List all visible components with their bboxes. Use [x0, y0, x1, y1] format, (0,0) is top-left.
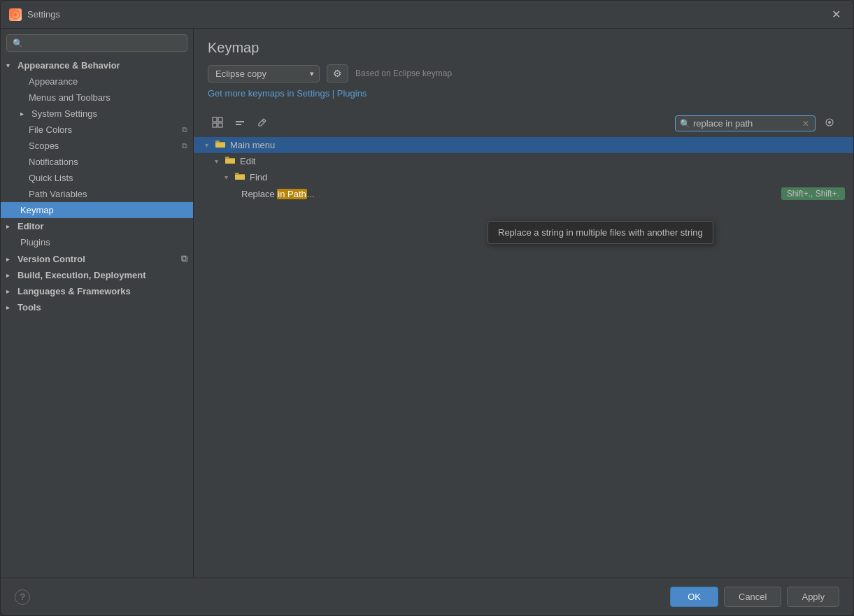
svg-rect-10 — [215, 143, 225, 148]
sidebar-item-system-settings[interactable]: ▸ System Settings — [1, 106, 193, 122]
sidebar: 🔍 ▾ Appearance & Behavior Appearance Men… — [1, 29, 194, 578]
folder-icon-find — [234, 171, 247, 183]
tree-label-replace-in-path: Replace in Path... — [241, 189, 781, 199]
main-header: Keymap Eclipse copy Default Mac OS X ⚙ B… — [194, 29, 853, 110]
tree-chevron-edit: ▾ — [215, 157, 225, 165]
copy-icon-vc: ⧉ — [181, 253, 187, 264]
highlight-in-path: in Path — [277, 189, 306, 199]
copy-icon-scopes: ⧉ — [182, 141, 187, 150]
svg-rect-3 — [213, 123, 217, 127]
keymap-plugins-link[interactable]: Get more keymaps in Settings | Plugins — [208, 88, 366, 99]
tree-row-find[interactable]: ▾ Find — [194, 169, 853, 185]
chevron-right-icon: ▸ — [20, 110, 29, 117]
search-icon: 🔍 — [680, 119, 690, 129]
svg-rect-6 — [236, 124, 241, 125]
sidebar-item-notifications[interactable]: Notifications — [1, 154, 193, 170]
shortcut-badge-replace-in-path: Shift+., Shift+. — [781, 187, 845, 200]
toolbar-left — [208, 114, 272, 133]
sidebar-item-quick-lists[interactable]: Quick Lists — [1, 170, 193, 186]
close-button[interactable]: ✕ — [827, 6, 845, 22]
tree-label-find: Find — [250, 172, 845, 182]
settings-dialog: Settings ✕ 🔍 ▾ Appearance & Behavior App… — [0, 0, 854, 616]
search-area: 🔍 ✕ — [675, 114, 839, 133]
tree-row-replace-in-path[interactable]: Replace in Path... Shift+., Shift+. — [194, 185, 853, 202]
tree-row-main-menu[interactable]: ▾ Main menu — [194, 137, 853, 153]
sidebar-group-label-appearance-behavior: Appearance & Behavior — [17, 60, 120, 71]
sidebar-item-scopes[interactable]: Scopes ⧉ — [1, 138, 193, 154]
svg-rect-4 — [218, 123, 222, 127]
sidebar-item-appearance-behavior[interactable]: ▾ Appearance & Behavior — [1, 57, 193, 73]
help-button[interactable]: ? — [15, 589, 30, 605]
title-bar: Settings ✕ — [1, 1, 853, 29]
sidebar-item-languages-frameworks[interactable]: ▸ Languages & Frameworks — [1, 283, 193, 299]
svg-rect-1 — [213, 117, 217, 122]
search-options-button[interactable] — [820, 114, 839, 133]
keymap-dropdown[interactable]: Eclipse copy Default Mac OS X — [208, 65, 320, 83]
search-input[interactable] — [693, 118, 798, 129]
page-title: Keymap — [208, 40, 839, 56]
based-on-text: Based on Eclipse keymap — [355, 69, 452, 78]
collapse-all-button[interactable] — [230, 114, 250, 133]
tree-area: ▾ Main menu ▾ — [194, 137, 853, 578]
sidebar-item-appearance[interactable]: Appearance — [1, 73, 193, 89]
cancel-button[interactable]: Cancel — [724, 587, 781, 607]
tree-label-edit: Edit — [240, 156, 845, 166]
svg-rect-12 — [235, 175, 245, 180]
chevron-right-icon-vc: ▸ — [6, 255, 15, 263]
keymap-dropdown-wrapper: Eclipse copy Default Mac OS X — [208, 65, 320, 83]
chevron-right-icon-lang: ▸ — [6, 287, 15, 295]
keymap-selector-row: Eclipse copy Default Mac OS X ⚙ Based on… — [208, 64, 839, 83]
sidebar-item-file-colors[interactable]: File Colors ⧉ — [1, 122, 193, 138]
folder-icon-main-menu — [215, 139, 227, 151]
tree-label-main-menu: Main menu — [230, 140, 845, 150]
sidebar-item-menus-toolbars[interactable]: Menus and Toolbars — [1, 89, 193, 106]
tree-chevron-main-menu: ▾ — [205, 141, 215, 149]
svg-rect-11 — [225, 159, 235, 164]
sidebar-item-tools[interactable]: ▸ Tools — [1, 299, 193, 315]
svg-point-9 — [828, 121, 831, 124]
bottom-left: ? — [15, 589, 30, 605]
expand-all-button[interactable] — [208, 114, 227, 133]
svg-line-7 — [262, 120, 264, 122]
folder-icon-edit — [225, 155, 237, 167]
dialog-title: Settings — [27, 9, 827, 20]
chevron-right-icon-build: ▸ — [6, 271, 15, 279]
app-icon — [9, 8, 22, 21]
keymap-link-row: Get more keymaps in Settings | Plugins — [208, 88, 839, 99]
search-box: 🔍 ✕ — [675, 115, 816, 131]
bottom-bar: ? OK Cancel Apply — [1, 578, 853, 615]
svg-rect-2 — [218, 117, 222, 122]
tree-row-edit[interactable]: ▾ Edit — [194, 153, 853, 169]
ok-button[interactable]: OK — [670, 587, 718, 607]
gear-button[interactable]: ⚙ — [327, 64, 348, 83]
sidebar-search-icon: 🔍 — [13, 38, 23, 48]
tree-chevron-find: ▾ — [225, 173, 234, 181]
sidebar-search-input[interactable] — [27, 38, 181, 48]
main-content: 🔍 ▾ Appearance & Behavior Appearance Men… — [1, 29, 853, 578]
main-panel: Keymap Eclipse copy Default Mac OS X ⚙ B… — [194, 29, 853, 578]
sidebar-search-wrapper: 🔍 — [6, 34, 187, 52]
copy-icon-file-colors: ⧉ — [182, 125, 187, 134]
chevron-down-icon: ▾ — [6, 62, 15, 69]
apply-button[interactable]: Apply — [787, 587, 839, 607]
search-clear-button[interactable]: ✕ — [801, 119, 811, 129]
svg-rect-5 — [236, 121, 244, 122]
sidebar-item-keymap[interactable]: Keymap — [1, 202, 193, 218]
sidebar-item-editor[interactable]: ▸ Editor — [1, 218, 193, 234]
bottom-right: OK Cancel Apply — [670, 587, 839, 607]
tooltip-replace-in-path: Replace a string in multiple files with … — [488, 221, 713, 244]
chevron-right-icon-editor: ▸ — [6, 222, 15, 230]
sidebar-item-build-execution[interactable]: ▸ Build, Execution, Deployment — [1, 267, 193, 283]
sidebar-item-plugins[interactable]: Plugins — [1, 234, 193, 250]
toolbar-row: 🔍 ✕ — [194, 110, 853, 137]
edit-shortcut-button[interactable] — [252, 114, 272, 133]
chevron-right-icon-tools: ▸ — [6, 303, 15, 311]
sidebar-item-version-control[interactable]: ▸ Version Control ⧉ — [1, 250, 193, 267]
sidebar-item-path-variables[interactable]: Path Variables — [1, 186, 193, 202]
